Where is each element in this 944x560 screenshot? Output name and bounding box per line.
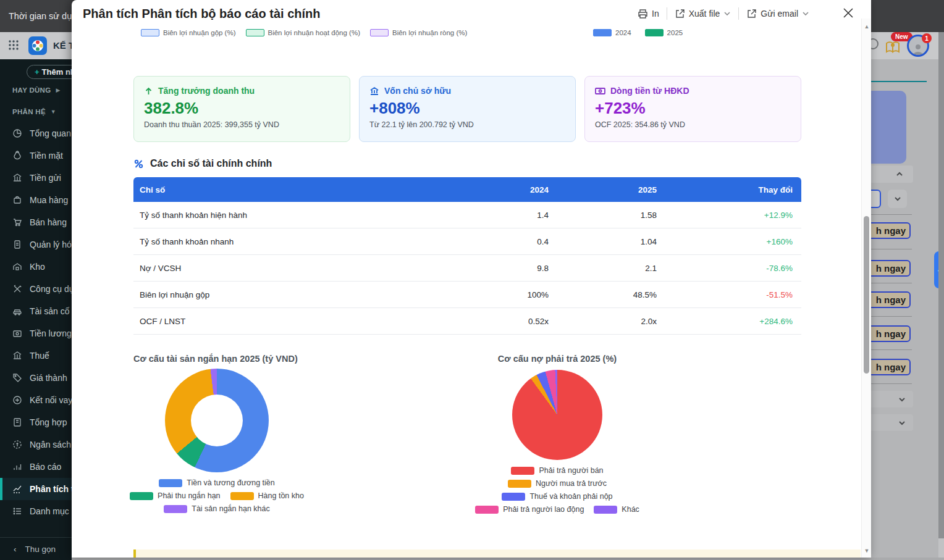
chevron-up-icon [896, 170, 903, 178]
sidebar-item-thue[interactable]: Thuế [0, 345, 72, 367]
browser-scrollbar[interactable] [938, 32, 944, 538]
legend-item[interactable]: Phải trả người lao động [475, 505, 584, 514]
legend-swatch [246, 29, 264, 36]
divider [738, 7, 739, 20]
bank-deposit-icon [12, 173, 22, 183]
sidebar-item-kho[interactable]: Kho [0, 256, 72, 278]
legend-item[interactable]: Phải thu ngắn hạn [130, 491, 220, 500]
app-grid-icon[interactable] [8, 40, 19, 51]
liability-pie-chart[interactable] [512, 370, 602, 460]
app-logo-icon [28, 36, 47, 55]
close-button[interactable] [843, 7, 854, 20]
sidebar-item-ket-noi-vay-von[interactable]: Kết nối vay v [0, 389, 72, 411]
modal-scrollbar[interactable]: ▲ ▼ [861, 19, 871, 558]
asset-donut-chart[interactable] [165, 369, 269, 472]
metric-cards: Tăng trưởng doanh thu 382.8% Doanh thu t… [133, 76, 801, 142]
sidebar-item-mua-hang[interactable]: Mua hàng [0, 189, 72, 211]
sidebar-item-quan-ly-hoa-don[interactable]: Quản lý hóa đ [0, 233, 72, 256]
sidebar-item-bao-cao[interactable]: Báo cáo [0, 456, 72, 478]
action-now-button[interactable]: h ngay [866, 260, 911, 277]
column-header: 2025 [557, 177, 665, 202]
add-new-button[interactable]: + Thêm nh [27, 65, 72, 79]
legend-item[interactable]: Biên lợi nhuận gộp (%) [141, 29, 236, 36]
scroll-up-arrow[interactable]: ▲ [862, 23, 872, 30]
action-now-button[interactable]: h ngay [866, 222, 911, 239]
whats-new-icon[interactable] [885, 40, 901, 54]
sidebar-collapse-button[interactable]: ‹ Thu gọn [0, 537, 72, 560]
print-button[interactable]: In [638, 9, 659, 19]
action-now-button[interactable]: h ngay [866, 291, 911, 308]
background-expand-button[interactable] [888, 190, 907, 208]
background-collapse-row[interactable] [866, 165, 913, 183]
legend-item[interactable]: Tài sản ngắn hạn khác [164, 504, 269, 513]
change-value: -51.5% [665, 282, 801, 308]
legend-item[interactable]: Người mua trả trước [508, 479, 607, 488]
legend-item[interactable]: Phải trả người bán [511, 466, 603, 475]
sidebar-item-tien-luong[interactable]: Tiền lương [0, 322, 72, 345]
top-chart-legend: Biên lợi nhuận gộp (%) Biên lợi nhuận ho… [72, 29, 871, 39]
person-icon [911, 43, 925, 55]
divider [866, 316, 912, 317]
sidebar-item-tong-hop[interactable]: Tổng hợp [0, 411, 72, 433]
legend-swatch [230, 492, 254, 500]
chevron-down-icon [894, 195, 901, 203]
chevron-down-icon [723, 10, 731, 17]
table-header-row: Chỉ số 2024 2025 Thay đổi [133, 177, 801, 202]
notification-badge: 1 [922, 33, 932, 43]
sidebar-item-gia-thanh[interactable]: Giá thành [0, 367, 72, 389]
browser-scrollbar-track[interactable] [938, 538, 944, 558]
divider [866, 383, 912, 384]
background-dropdown[interactable] [866, 414, 913, 431]
table-row: Tỷ số thanh khoản nhanh 0.4 1.04 +160% [133, 228, 801, 255]
sidebar-item-tien-mat[interactable]: Tiền mặt [0, 144, 72, 167]
email-share-icon [746, 9, 757, 19]
legend-item[interactable]: Tiền và tương đương tiền [159, 479, 274, 487]
sidebar-section-modules[interactable]: PHÂN HỆ▼ [0, 101, 72, 122]
tools-icon [12, 284, 22, 294]
action-now-button[interactable]: h ngay [866, 325, 911, 342]
plus-icon: + [35, 67, 40, 77]
sidebar-item-ngan-sach[interactable]: Ngân sách [0, 433, 72, 456]
sidebar-item-tai-san-co-dinh[interactable]: Tài sản cố đị [0, 300, 72, 322]
legend-item[interactable]: Thuế và khoản phải nộp [502, 492, 612, 501]
modal-header: Phân tích Phân tích bộ báo cáo tài chính… [72, 0, 871, 27]
scroll-down-arrow[interactable]: ▼ [862, 548, 872, 554]
pie-charts-row: Cơ cấu tài sản ngắn hạn 2025 (tỷ VND) Ti… [133, 354, 801, 514]
cash-bag-icon [12, 151, 22, 161]
divider [667, 7, 667, 20]
legend-item[interactable]: Khác [594, 505, 639, 514]
action-now-button[interactable]: h ngay [866, 359, 911, 375]
chart-legend: Tiền và tương đương tiền Phải thu ngắn h… [50, 479, 384, 513]
legend-swatch [370, 29, 389, 36]
window-bottom-edge [72, 558, 944, 560]
legend-swatch [502, 493, 525, 501]
divider [866, 214, 912, 215]
export-file-button[interactable]: Xuất file [675, 9, 731, 19]
sidebar-item-ban-hang[interactable]: Bán hàng [0, 211, 72, 233]
revenue-growth-card: Tăng trưởng doanh thu 382.8% Doanh thu t… [133, 76, 350, 142]
legend-item[interactable]: Biên lợi nhuận hoạt động (%) [246, 29, 360, 36]
card-value: +723% [595, 99, 791, 118]
analytics-line-icon [12, 484, 22, 494]
legend-swatch [511, 467, 534, 475]
send-email-button[interactable]: Gửi email [746, 9, 809, 19]
sales-cart-icon [12, 217, 22, 227]
chevron-down-icon [898, 419, 906, 427]
overview-pie-icon [12, 128, 22, 138]
background-dropdown[interactable] [866, 391, 913, 407]
sidebar-item-cong-cu-dung-cu[interactable]: Công cụ dụn [0, 278, 72, 300]
card-value: +808% [369, 99, 565, 118]
sidebar-item-tien-gui[interactable]: Tiền gửi [0, 167, 72, 189]
note-callout [133, 550, 861, 558]
scrollbar-thumb[interactable] [864, 216, 869, 374]
sidebar-section-frequent[interactable]: HAY DÙNG▶ [0, 79, 72, 101]
legend-item[interactable]: Biên lợi nhuận ròng (%) [370, 29, 467, 36]
purchase-bag-icon [12, 195, 22, 205]
sidebar-item-tong-quan[interactable]: Tổng quan [0, 122, 72, 144]
caret-right-icon: ▶ [56, 87, 60, 93]
legend-item[interactable]: 2025 [645, 29, 683, 36]
chevron-down-icon [898, 396, 906, 403]
legend-item[interactable]: Hàng tồn kho [230, 491, 304, 500]
arrow-up-icon [144, 86, 153, 96]
legend-item[interactable]: 2024 [593, 29, 631, 36]
